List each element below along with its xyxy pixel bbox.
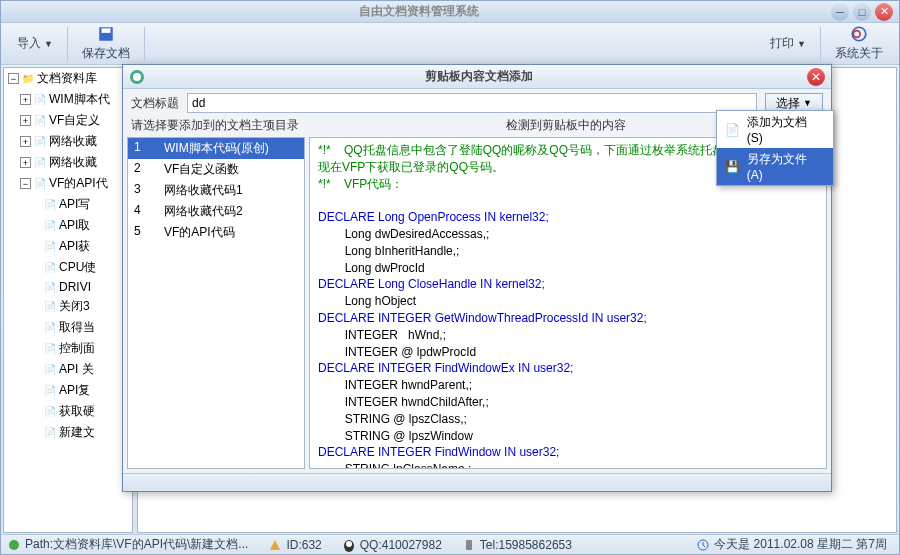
folder-icon: 📁 — [22, 73, 34, 85]
collapse-icon[interactable]: − — [8, 73, 19, 84]
doc-icon: 📄 — [725, 122, 741, 138]
tree-subitem[interactable]: 📄API复 — [4, 380, 132, 401]
page-icon: 📄 — [34, 94, 46, 106]
phone-icon — [462, 538, 476, 552]
expand-icon[interactable]: + — [20, 136, 31, 147]
import-button[interactable]: 导入▼ — [7, 33, 63, 54]
code-line: DECLARE Long CloseHandle IN kernel32; — [318, 276, 818, 293]
expand-icon[interactable]: + — [20, 94, 31, 105]
code-preview[interactable]: *!* QQ托盘信息中包含了登陆QQ的昵称及QQ号码，下面通过枚举系统托盘图标现… — [309, 137, 827, 469]
page-icon: 📄 — [44, 281, 56, 293]
tree-subitem[interactable]: 📄获取硬 — [4, 401, 132, 422]
list-item[interactable]: 3网络收藏代码1 — [128, 180, 304, 201]
page-icon: 📄 — [44, 385, 56, 397]
id-icon — [268, 538, 282, 552]
list-item[interactable]: 4网络收藏代码2 — [128, 201, 304, 222]
tree-panel: − 📁 文档资料库 +📄WIM脚本代+📄VF自定义+📄网络收藏+📄网络收藏−📄V… — [3, 67, 133, 533]
doc-title-label: 文档标题 — [131, 95, 179, 112]
main-toolbar: 导入▼ 保存文档 打印▼ 系统关于 — [1, 23, 899, 65]
list-item[interactable]: 5VF的API代码 — [128, 222, 304, 243]
svg-rect-1 — [101, 28, 110, 33]
tree-subitem[interactable]: 📄关闭3 — [4, 296, 132, 317]
dialog-titlebar: 剪贴板内容文档添加 ✕ — [123, 65, 831, 89]
code-line: INTEGER @ lpdwProcId — [318, 344, 818, 361]
code-line: STRING @ lpszClass,; — [318, 411, 818, 428]
menu-save-as-file[interactable]: 💾 另存为文件 (A) — [717, 148, 833, 185]
doc-title-input[interactable] — [187, 93, 757, 113]
dialog-close-button[interactable]: ✕ — [807, 68, 825, 86]
save-doc-button[interactable]: 保存文档 — [72, 23, 140, 64]
page-icon: 📄 — [44, 262, 56, 274]
status-path: Path:文档资料库\VF的API代码\新建文档... — [7, 536, 248, 553]
list-item[interactable]: 1WIM脚本代码(原创) — [128, 138, 304, 159]
code-line: INTEGER hwndChildAfter,; — [318, 394, 818, 411]
maximize-button[interactable]: □ — [853, 3, 871, 21]
menu-add-as-doc[interactable]: 📄 添加为文档 (S) — [717, 111, 833, 148]
app-title: 自由文档资料管理系统 — [7, 3, 831, 20]
svg-point-6 — [346, 541, 352, 547]
list-header: 请选择要添加到的文档主项目录 — [131, 117, 309, 137]
tree-item[interactable]: +📄网络收藏 — [4, 152, 132, 173]
page-icon: 📄 — [44, 343, 56, 355]
status-id: ID:632 — [268, 538, 321, 552]
about-icon — [850, 25, 868, 43]
code-line: INTEGER hWnd,; — [318, 327, 818, 344]
tree-item[interactable]: −📄VF的API代 — [4, 173, 132, 194]
code-line: DECLARE INTEGER FindWindow IN user32; — [318, 444, 818, 461]
code-line: Long dwProcId — [318, 260, 818, 277]
tree-root[interactable]: − 📁 文档资料库 — [4, 68, 132, 89]
code-line: Long bInheritHandle,; — [318, 243, 818, 260]
code-line: STRING @ lpszWindow — [318, 428, 818, 445]
page-icon: 📄 — [34, 178, 46, 190]
page-icon: 📄 — [44, 301, 56, 313]
code-line — [318, 192, 818, 209]
dialog-icon — [129, 69, 145, 85]
minimize-button[interactable]: ─ — [831, 3, 849, 21]
tree-subitem[interactable]: 📄CPU使 — [4, 257, 132, 278]
svg-rect-7 — [466, 540, 472, 550]
page-icon: 📄 — [44, 322, 56, 334]
print-button[interactable]: 打印▼ — [760, 33, 816, 54]
tree-subitem[interactable]: 📄API获 — [4, 236, 132, 257]
tree-subitem[interactable]: 📄API写 — [4, 194, 132, 215]
dialog-status — [123, 473, 831, 491]
code-line: DECLARE INTEGER GetWindowThreadProcessId… — [318, 310, 818, 327]
code-line: DECLARE Long OpenProcess IN kernel32; — [318, 209, 818, 226]
tree-subitem[interactable]: 📄取得当 — [4, 317, 132, 338]
tree-item[interactable]: +📄VF自定义 — [4, 110, 132, 131]
svg-point-4 — [9, 540, 19, 550]
tree-subitem[interactable]: 📄API取 — [4, 215, 132, 236]
close-button[interactable]: ✕ — [875, 3, 893, 21]
tree-subitem[interactable]: 📄DRIVI — [4, 278, 132, 296]
category-list: 1WIM脚本代码(原创)2VF自定义函数3网络收藏代码14网络收藏代码25VF的… — [127, 137, 305, 469]
page-icon: 📄 — [34, 136, 46, 148]
save-doc-label: 保存文档 — [82, 45, 130, 62]
tree-item[interactable]: +📄网络收藏 — [4, 131, 132, 152]
tree-subitem[interactable]: 📄API 关 — [4, 359, 132, 380]
main-titlebar: 自由文档资料管理系统 ─ □ ✕ — [1, 1, 899, 23]
collapse-icon[interactable]: − — [20, 178, 31, 189]
qq-icon — [342, 538, 356, 552]
code-line: Long dwDesiredAccessas,; — [318, 226, 818, 243]
code-line: Long hObject — [318, 293, 818, 310]
import-label: 导入▼ — [17, 35, 53, 52]
code-line: DECLARE INTEGER FindWindowEx IN user32; — [318, 360, 818, 377]
list-item[interactable]: 2VF自定义函数 — [128, 159, 304, 180]
page-icon: 📄 — [44, 406, 56, 418]
tree-subitem[interactable]: 📄控制面 — [4, 338, 132, 359]
page-icon: 📄 — [44, 220, 56, 232]
clock-icon — [696, 538, 710, 552]
about-label: 系统关于 — [835, 45, 883, 62]
expand-icon[interactable]: + — [20, 115, 31, 126]
status-tel: Tel:15985862653 — [462, 538, 572, 552]
svg-point-2 — [852, 27, 866, 41]
about-button[interactable]: 系统关于 — [825, 23, 893, 64]
page-icon: 📄 — [44, 364, 56, 376]
page-icon: 📄 — [44, 199, 56, 211]
tree-item[interactable]: +📄WIM脚本代 — [4, 89, 132, 110]
print-label: 打印▼ — [770, 35, 806, 52]
page-icon: 📄 — [44, 241, 56, 253]
save-icon — [97, 25, 115, 43]
expand-icon[interactable]: + — [20, 157, 31, 168]
tree-subitem[interactable]: 📄新建文 — [4, 422, 132, 443]
